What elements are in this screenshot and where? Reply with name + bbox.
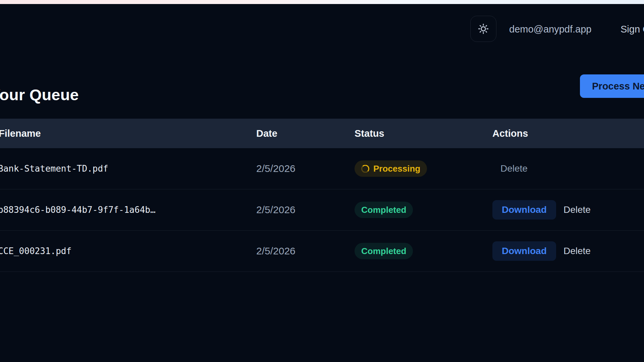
column-header-actions: Actions — [492, 128, 528, 139]
app-root: demo@anypdf.app Sign Out Your Queue Proc… — [0, 0, 644, 362]
page-title: Your Queue — [0, 85, 79, 104]
file-date: 2/5/2026 — [256, 163, 296, 174]
status-badge-completed: Completed — [355, 202, 413, 218]
sun-icon — [478, 23, 489, 35]
download-button[interactable]: Download — [492, 241, 556, 261]
table-header-row: Filename Date Status Actions — [0, 119, 644, 148]
file-name: CCE_000231.pdf — [0, 246, 71, 256]
status-badge-processing: Processing — [355, 161, 427, 177]
table-row: CCE_000231.pdf 2/5/2026 Completed Downlo… — [0, 231, 644, 272]
file-name: b88394c6-b089-44b7-9f7f-1a64b… — [0, 205, 156, 215]
sign-out-link[interactable]: Sign Out — [621, 23, 644, 35]
delete-button[interactable]: Delete — [564, 204, 591, 215]
user-email: demo@anypdf.app — [509, 23, 592, 35]
file-date: 2/5/2026 — [256, 204, 296, 216]
download-button[interactable]: Download — [492, 200, 556, 220]
delete-button[interactable]: Delete — [564, 246, 591, 256]
status-badge-completed: Completed — [355, 243, 413, 259]
spinner-icon — [361, 165, 369, 173]
table-row: Bank-Statement-TD.pdf 2/5/2026 Processin… — [0, 148, 644, 189]
process-new-pdf-button[interactable]: Process New PDF — [580, 74, 644, 98]
column-header-filename: Filename — [0, 128, 41, 139]
delete-button[interactable]: Delete — [500, 163, 528, 174]
table-row: b88394c6-b089-44b7-9f7f-1a64b… 2/5/2026 … — [0, 189, 644, 231]
top-gradient-strip — [0, 0, 644, 4]
file-date: 2/5/2026 — [256, 245, 296, 257]
column-header-status: Status — [355, 128, 384, 139]
theme-toggle-button[interactable] — [470, 16, 496, 42]
file-name: Bank-Statement-TD.pdf — [0, 164, 108, 174]
column-header-date: Date — [256, 128, 277, 139]
